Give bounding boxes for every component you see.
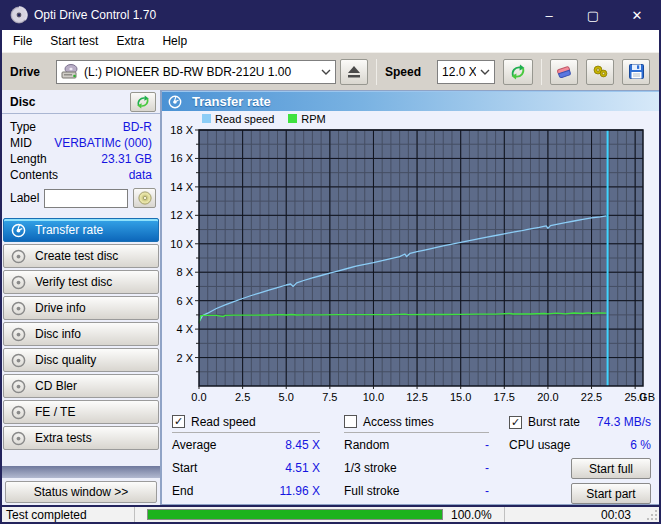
stat-random: Random - bbox=[344, 433, 489, 456]
sidebar-item-label: Disc info bbox=[35, 327, 81, 341]
sidebar-item-label: Create test disc bbox=[35, 249, 118, 263]
menu-help[interactable]: Help bbox=[153, 32, 196, 50]
sidebar-spacer bbox=[2, 452, 160, 466]
gears-icon bbox=[592, 64, 609, 79]
stat-cpu-usage: CPU usage 6 % bbox=[509, 433, 651, 456]
burst-rate-checkbox[interactable]: ✓ bbox=[509, 416, 522, 429]
disc-label-row: Label bbox=[2, 185, 160, 213]
refresh-speeds-button[interactable] bbox=[503, 59, 533, 85]
legend-item-rpm: RPM bbox=[288, 113, 325, 125]
settings-button[interactable] bbox=[586, 59, 614, 85]
chevron-down-icon bbox=[321, 69, 331, 75]
disc-type-label: Type bbox=[10, 119, 36, 135]
access-times-checkbox[interactable] bbox=[344, 415, 357, 428]
disc-panel-title: Disc bbox=[10, 95, 35, 109]
minimize-button[interactable]: – bbox=[527, 0, 571, 30]
app-cd-icon bbox=[10, 6, 28, 24]
svg-text:5.0: 5.0 bbox=[279, 391, 294, 403]
sidebar-bottom-band bbox=[2, 466, 160, 478]
cd-icon bbox=[11, 249, 26, 264]
read-speed-checkbox[interactable]: ✓ bbox=[172, 415, 185, 428]
client-area: Disc Type BD-R bbox=[2, 90, 659, 505]
stat-label: Full stroke bbox=[344, 484, 399, 498]
stat-value: - bbox=[485, 461, 489, 475]
sidebar-item-verify-test-disc[interactable]: Verify test disc bbox=[3, 270, 159, 294]
cd-icon bbox=[11, 379, 26, 394]
drive-value: (L:) PIONEER BD-RW BDR-212U 1.00 bbox=[84, 65, 317, 79]
burst-rate-value: 74.3 MB/s bbox=[597, 415, 651, 429]
speed-label: Speed bbox=[385, 65, 421, 79]
sidebar-item-create-test-disc[interactable]: Create test disc bbox=[3, 244, 159, 268]
sidebar-item-transfer-rate[interactable]: Transfer rate bbox=[3, 218, 159, 242]
sidebar-item-fe-te[interactable]: FE / TE bbox=[3, 400, 159, 424]
maximize-button[interactable]: ▢ bbox=[571, 0, 615, 30]
toolbar: Drive (L:) PIONEER BD-RW BDR-212U 1.00 S… bbox=[2, 52, 659, 90]
write-label-button[interactable] bbox=[133, 188, 156, 208]
menu-file[interactable]: File bbox=[4, 32, 41, 50]
disc-type-value: BD-R bbox=[123, 119, 152, 135]
title-bar: Opti Drive Control 1.70 – ▢ ✕ bbox=[2, 0, 659, 30]
status-bar: Test completed 100.0% 00:03 bbox=[2, 505, 659, 522]
left-panel: Disc Type BD-R bbox=[2, 90, 161, 505]
cd-icon bbox=[168, 95, 182, 109]
eject-icon bbox=[347, 66, 361, 78]
erase-disc-button[interactable] bbox=[550, 59, 578, 85]
save-icon bbox=[629, 64, 644, 79]
start-full-button[interactable]: Start full bbox=[571, 458, 651, 479]
disc-panel: Disc Type BD-R bbox=[2, 90, 160, 213]
stat-full-stroke: Full stroke - bbox=[344, 479, 489, 502]
sidebar-item-cd-bler[interactable]: CD Bler bbox=[3, 374, 159, 398]
svg-text:15.0: 15.0 bbox=[450, 391, 471, 403]
disc-length-label: Length bbox=[10, 151, 47, 167]
svg-text:4 X: 4 X bbox=[176, 323, 193, 335]
start-part-button[interactable]: Start part bbox=[571, 483, 651, 504]
status-window-button[interactable]: Status window >> bbox=[5, 481, 157, 503]
disc-label-label: Label bbox=[10, 191, 39, 205]
cd-icon bbox=[11, 223, 26, 238]
menu-start-test[interactable]: Start test bbox=[41, 32, 107, 50]
transfer-rate-panel: Transfer rate Read speed RPM 2 X4 X6 X8 … bbox=[161, 90, 659, 505]
progress-track bbox=[147, 509, 443, 520]
disc-mid-value: VERBATIMc (000) bbox=[54, 135, 152, 151]
eraser-icon bbox=[556, 65, 572, 79]
eject-button[interactable] bbox=[340, 59, 368, 85]
disc-label-input[interactable] bbox=[44, 189, 128, 208]
read-speed-stats: ✓ Read speed Average 8.45 X Start 4.51 X… bbox=[172, 411, 320, 505]
svg-text:17.5: 17.5 bbox=[494, 391, 515, 403]
svg-text:2 X: 2 X bbox=[176, 352, 193, 364]
sidebar-item-disc-quality[interactable]: Disc quality bbox=[3, 348, 159, 372]
close-button[interactable]: ✕ bbox=[615, 0, 659, 30]
cd-icon bbox=[11, 327, 26, 342]
stat-start: Start 4.51 X bbox=[172, 456, 320, 479]
stat-average: Average 8.45 X bbox=[172, 433, 320, 456]
sidebar-item-label: Drive info bbox=[35, 301, 86, 315]
save-button[interactable] bbox=[622, 59, 650, 85]
chevron-down-icon bbox=[480, 69, 490, 75]
chart-legend: Read speed RPM bbox=[162, 111, 659, 126]
stat-value: - bbox=[485, 438, 489, 452]
disc-contents-value[interactable]: data bbox=[129, 167, 152, 183]
sidebar-item-extra-tests[interactable]: Extra tests bbox=[3, 426, 159, 450]
drive-select[interactable]: (L:) PIONEER BD-RW BDR-212U 1.00 bbox=[56, 60, 336, 84]
refresh-disc-button[interactable] bbox=[130, 92, 156, 112]
app-window: Opti Drive Control 1.70 – ▢ ✕ File Start… bbox=[0, 0, 661, 524]
svg-text:18 X: 18 X bbox=[170, 126, 193, 136]
refresh-icon bbox=[136, 95, 150, 109]
read-speed-checkbox-label: Read speed bbox=[191, 415, 320, 429]
sidebar-item-disc-info[interactable]: Disc info bbox=[3, 322, 159, 346]
stat-label: CPU usage bbox=[509, 438, 570, 452]
cd-icon bbox=[11, 301, 26, 316]
svg-text:20.0: 20.0 bbox=[537, 391, 558, 403]
resize-grip[interactable] bbox=[647, 510, 657, 520]
toolbar-separator bbox=[376, 59, 377, 85]
sidebar-item-drive-info[interactable]: Drive info bbox=[3, 296, 159, 320]
stat-label: Start bbox=[172, 461, 197, 475]
legend-label: RPM bbox=[301, 113, 325, 125]
progress-fill bbox=[148, 510, 442, 519]
disc-row-contents: Contents data bbox=[2, 167, 160, 183]
panel-header: Transfer rate bbox=[162, 91, 659, 111]
legend-label: Read speed bbox=[215, 113, 274, 125]
speed-select[interactable]: 12.0 X bbox=[437, 60, 495, 84]
legend-swatch-rpm bbox=[288, 114, 297, 123]
menu-extra[interactable]: Extra bbox=[107, 32, 153, 50]
